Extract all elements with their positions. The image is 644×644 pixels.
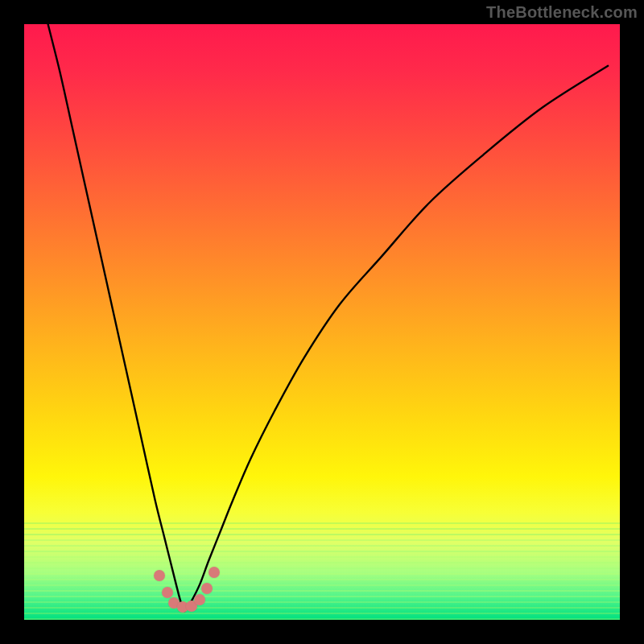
plot-area	[24, 24, 620, 620]
marker-dot	[208, 567, 220, 578]
marker-dot	[154, 570, 165, 581]
marker-cluster	[24, 24, 620, 620]
marker-dot	[194, 594, 205, 605]
watermark-text: TheBottleneck.com	[486, 3, 638, 22]
chart-root: TheBottleneck.com	[0, 0, 644, 644]
marker-dot	[162, 587, 173, 598]
marker-dot	[201, 583, 213, 594]
